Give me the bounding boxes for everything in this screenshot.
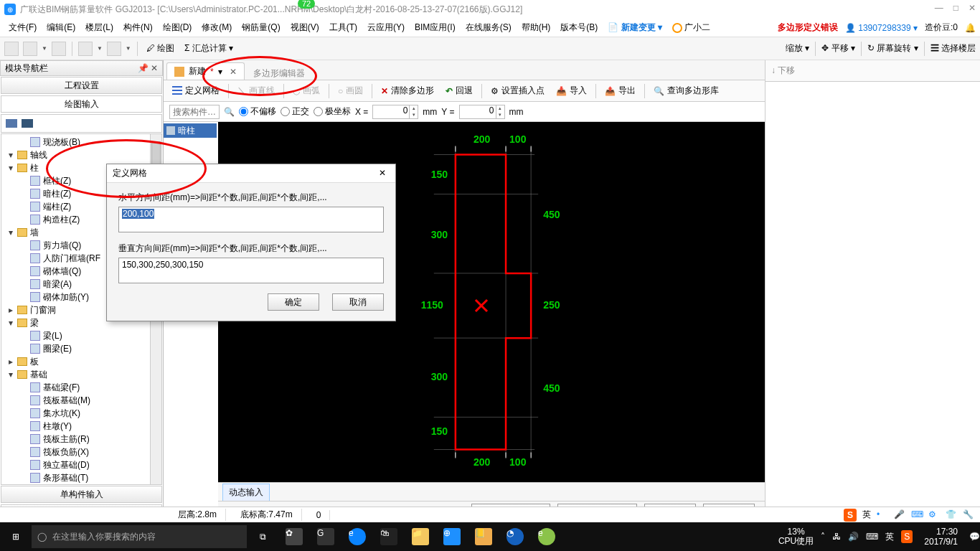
menu-rebar[interactable]: 钢筋量(Q) [237,20,284,35]
x-input[interactable]: 0▴▾ [372,105,418,119]
menu-view[interactable]: 视图(V) [286,20,324,35]
ime-ic5[interactable]: 👕 [946,509,957,521]
tb-open[interactable] [23,42,37,56]
tb-app4[interactable]: ◔ [499,522,531,551]
tree-node[interactable]: 圈梁(E) [1,342,161,355]
tb-edge[interactable]: e [341,522,373,551]
ime-ic1[interactable]: • [877,509,888,521]
tree-node[interactable]: 独立基础(D) [1,458,161,471]
menu-edit[interactable]: 编辑(E) [42,20,80,35]
tab-draw-input[interactable]: 绘图输入 [1,95,162,113]
tb-pan[interactable]: ✥ 平移 ▾ [821,42,855,55]
lp-ic2[interactable] [22,119,33,128]
btn-search-lib[interactable]: 🔍 查询多边形库 [651,83,722,98]
ime-ic4[interactable]: ⚙ [928,509,940,521]
tab-single-input[interactable]: 单构件输入 [1,486,162,503]
menu-cloud[interactable]: 云应用(Y) [363,20,409,35]
taskbar-search[interactable]: ◯ 在这里输入你要搜索的内容 [32,525,247,548]
tray-kbd[interactable]: ⌨ [866,532,878,542]
dialog-close[interactable]: ✕ [375,166,390,181]
tb-sum-calc[interactable]: Σ 汇总计算 ▾ [182,42,236,55]
ime-ic6[interactable]: 🔧 [963,509,974,521]
tb-undo[interactable] [78,42,93,56]
tb-rotate[interactable]: ↻ 屏幕旋转 ▾ [867,42,918,55]
menu-help[interactable]: 帮助(H) [517,20,555,35]
menu-online[interactable]: 在线服务(S) [461,20,516,35]
update-badge[interactable]: 72 [298,0,315,9]
tree-node[interactable]: ▾基础 [1,368,161,381]
menu-draw[interactable]: 绘图(D) [159,20,197,35]
tree-node[interactable]: 集水坑(K) [1,407,161,420]
tb-app3[interactable]: 📒 [468,522,499,551]
close-button[interactable]: ✕ [969,3,976,13]
tb-new[interactable] [4,42,19,56]
tab-project-settings[interactable]: 工程设置 [1,77,162,94]
tree-node[interactable]: 基础梁(F) [1,381,161,394]
tree-node[interactable]: 筏板基础(M) [1,394,161,407]
tray-clock[interactable]: 17:30 2017/9/1 [920,527,962,547]
menu-modify[interactable]: 修改(M) [197,20,236,35]
menu-version[interactable]: 版本号(B) [556,20,602,35]
radio-ortho[interactable]: 正交 [281,105,309,118]
component-search[interactable] [169,105,220,119]
tree-node[interactable]: 筏板负筋(X) [1,446,161,458]
btn-dynamic-input[interactable]: 动态输入 [222,484,270,501]
y-input[interactable]: 0▴▾ [459,105,505,119]
tree-node[interactable]: 条形基础(T) [1,471,161,484]
ime-ic3[interactable]: ⌨ [911,509,923,521]
btn-export[interactable]: 📤 导出 [602,83,639,98]
btn-draw-line[interactable]: ＼ 画直线 [235,83,278,98]
tray-up[interactable]: ˄ [821,532,825,542]
credit-label[interactable]: 造价豆:0 [925,22,958,34]
radio-polar[interactable]: 极坐标 [314,105,351,118]
tree-node[interactable]: ▾轴线 [1,149,161,161]
tb-app2[interactable]: G [310,522,341,551]
menu-bim[interactable]: BIM应用(I) [410,20,460,35]
v-spacing-input[interactable]: 150,300,250,300,150 [118,258,384,283]
lp-ic1[interactable] [6,119,17,128]
tb-select-floor[interactable]: ☰ 选择楼层 [930,42,976,55]
ime-ic2[interactable]: 🎤 [894,509,905,521]
btn-move-down[interactable]: ↓ 下移 [771,65,795,77]
tree-node[interactable]: ▸板 [1,355,161,368]
menu-file[interactable]: 文件(F) [4,20,41,35]
task-view[interactable]: ⧉ [247,522,278,551]
list-item-anzhu[interactable]: 暗柱 [164,123,217,138]
tb-zoom[interactable]: 缩放 ▾ [786,42,809,55]
menu-floor[interactable]: 楼层(L) [81,20,118,35]
btn-import[interactable]: 📥 导入 [553,83,590,98]
tb-draw[interactable]: 🖊 绘图 [143,42,177,55]
btn-clear-polygon[interactable]: ✕ 清除多边形 [378,83,437,98]
btn-undo[interactable]: ↶ 回退 [443,83,476,98]
dialog-cancel[interactable]: 取消 [332,293,384,311]
minimize-button[interactable]: — [935,3,943,13]
maximize-button[interactable]: □ [953,3,958,13]
tb-explorer[interactable]: 📁 [405,522,436,551]
tree-node[interactable]: 桩承台(V) [1,484,161,485]
tree-node[interactable]: 筏板主筋(R) [1,433,161,446]
tab-new-component[interactable]: 新建* ▾ ✕ [166,62,245,80]
btn-draw-circle[interactable]: ○ 画圆 [335,83,366,98]
tree-node[interactable]: 柱墩(Y) [1,420,161,433]
btn-set-insert[interactable]: ⚙ 设置插入点 [488,83,547,98]
tab-close[interactable]: ✕ [230,67,237,77]
tb-store[interactable]: 🛍 [373,522,405,551]
menu-component[interactable]: 构件(N) [119,20,157,35]
tb-app1[interactable]: ✿ [278,522,310,551]
ime-lang[interactable]: 英 [862,509,871,521]
tb-redo[interactable] [107,42,121,56]
account-link[interactable]: 👤 13907298339 ▾ [845,23,918,33]
left-panel-close[interactable]: ✕ [151,63,158,73]
tray-lang[interactable]: 英 [885,531,894,543]
user-small[interactable]: 广小二 [668,20,715,35]
tray-sogou[interactable]: S [901,530,913,543]
tb-save[interactable] [52,42,66,56]
menu-tools[interactable]: 工具(T) [325,20,362,35]
btn-draw-arc[interactable]: ◡ 画弧 [290,83,323,98]
radio-no-offset[interactable]: 不偏移 [239,105,276,118]
btn-define-grid[interactable]: 定义网格 [169,83,222,98]
notification-icon[interactable]: 🔔 [965,23,976,33]
tb-ggj[interactable]: ⊕ [436,522,468,551]
new-change-button[interactable]: 📄 新建变更 ▾ [603,20,666,35]
tray-net[interactable]: 🖧 [832,532,841,542]
